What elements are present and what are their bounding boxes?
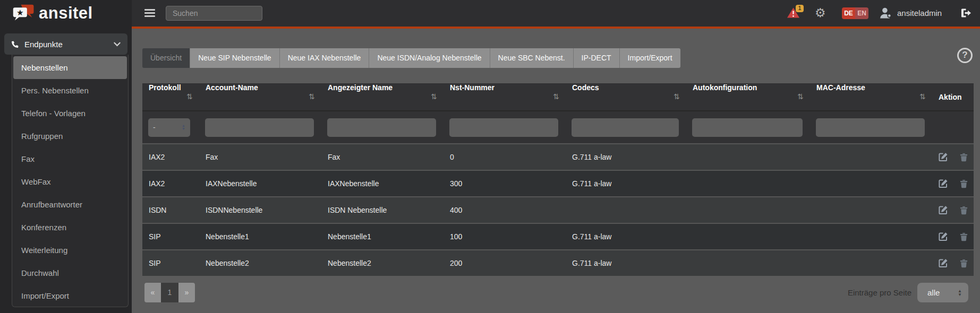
table-cell: Nebenstelle2: [321, 250, 444, 276]
tab-ip-dect[interactable]: IP-DECT: [574, 48, 620, 68]
filter-input-account-name[interactable]: [205, 118, 314, 137]
pagination-next-button[interactable]: »: [178, 283, 195, 302]
sort-icon[interactable]: ⇅: [919, 83, 926, 110]
delete-icon[interactable]: [960, 206, 968, 215]
sidebar-item-import-export[interactable]: Import/Export: [13, 284, 127, 307]
table-header-row: ⇅Protokoll⇅Account-Name⇅Angezeigter Name…: [142, 83, 974, 111]
user-menu[interactable]: ansiteladmin: [880, 7, 942, 19]
table-cell: [686, 170, 810, 197]
filter-select-protokoll[interactable]: -▲▼: [148, 118, 190, 137]
tab-neue-iax-nebenstelle[interactable]: Neue IAX Nebenstelle: [280, 48, 370, 68]
table-cell: G.711 a-law: [566, 170, 686, 197]
sidebar-item-anrufbeantworter[interactable]: Anrufbeantworter: [13, 193, 127, 216]
table-cell: [810, 223, 932, 250]
sidebar-item-label: Anrufbeantworter: [21, 200, 82, 209]
table-cell: Nebenstelle1: [199, 223, 321, 250]
sidebar-item-weiterleitung[interactable]: Weiterleitung: [13, 239, 127, 262]
table-cell: ISDN Nebenstelle: [321, 197, 444, 223]
pagination-prev-button[interactable]: «: [144, 283, 161, 302]
sort-icon[interactable]: ⇅: [797, 83, 804, 110]
extensions-table: ⇅Protokoll⇅Account-Name⇅Angezeigter Name…: [142, 83, 974, 276]
delete-icon[interactable]: [960, 259, 968, 268]
gear-icon[interactable]: ⚙: [815, 5, 826, 20]
sidebar-item-label: Nebenstellen: [21, 63, 68, 72]
edit-icon[interactable]: [939, 205, 948, 215]
sidebar-item-webfax[interactable]: WebFax: [13, 170, 127, 193]
table-cell: ISDNNebenstelle: [199, 197, 321, 223]
filter-input-autokonfiguration[interactable]: [692, 118, 803, 137]
alerts-button[interactable]: 1: [787, 7, 808, 21]
filter-input-angezeigter-name[interactable]: [327, 118, 436, 137]
sidebar-submenu: NebenstellenPers. NebenstellenTelefon - …: [12, 55, 129, 307]
tab-neue-sbc-nebenst[interactable]: Neue SBC Nebenst.: [490, 48, 574, 68]
sidebar-section-endpunkte[interactable]: Endpunkte: [4, 33, 127, 55]
sidebar-item-pers-nebenstellen[interactable]: Pers. Nebenstellen: [13, 79, 127, 102]
table-cell: 300: [444, 170, 566, 197]
tab-neue-isdn-analog-nebenstelle[interactable]: Neue ISDN/Analog Nebenstelle: [369, 48, 490, 68]
column-header-mac-adresse: ⇅MAC-Adresse: [810, 83, 932, 111]
search-input[interactable]: [166, 6, 262, 21]
delete-icon[interactable]: [960, 232, 968, 241]
help-button[interactable]: ?: [957, 48, 973, 63]
edit-icon[interactable]: [939, 232, 948, 241]
menu-toggle-icon[interactable]: [144, 9, 155, 19]
alert-count-badge: 1: [796, 5, 804, 12]
sidebar-item-durchwahl[interactable]: Durchwahl: [13, 262, 127, 284]
logout-icon[interactable]: [960, 8, 972, 20]
language-switch: DE EN: [842, 7, 868, 19]
sidebar-item-rufgruppen[interactable]: Rufgruppen: [13, 125, 127, 147]
lang-de-button[interactable]: DE: [842, 7, 855, 19]
sidebar-item-nebenstellen[interactable]: Nebenstellen: [13, 56, 127, 79]
tab-übersicht[interactable]: Übersicht: [142, 48, 190, 68]
sort-icon[interactable]: ⇅: [674, 83, 680, 110]
column-label: Autokonfiguration: [693, 83, 757, 92]
edit-icon[interactable]: [939, 152, 948, 162]
sort-icon[interactable]: ⇅: [309, 83, 315, 110]
table-cell: [686, 250, 810, 276]
select-arrows-icon: ▲▼: [182, 124, 185, 131]
sidebar-item-label: WebFax: [21, 177, 51, 186]
sidebar: Endpunkte NebenstellenPers. Nebenstellen…: [0, 27, 132, 313]
tab-neue-sip-nebenstelle[interactable]: Neue SIP Nebenstelle: [190, 48, 280, 68]
filter-select-value: -: [153, 123, 156, 132]
phone-icon: [11, 40, 19, 48]
table-row: IAX2FaxFax0G.711 a-law: [142, 144, 974, 170]
table-cell: [810, 250, 932, 276]
per-page-select[interactable]: alle ▲▼: [917, 283, 968, 302]
filter-input-codecs[interactable]: [572, 118, 679, 137]
sidebar-item-telefon-vorlagen[interactable]: Telefon - Vorlagen: [13, 102, 127, 125]
sidebar-item-label: Pers. Nebenstellen: [21, 86, 89, 95]
lang-en-button[interactable]: EN: [855, 7, 868, 19]
edit-icon[interactable]: [939, 258, 948, 268]
edit-icon[interactable]: [939, 179, 948, 188]
sidebar-item-label: Weiterleitung: [21, 246, 67, 255]
column-label: Nst-Nummer: [450, 83, 495, 92]
sidebar-item-label: Durchwahl: [21, 268, 59, 277]
top-bar: ★ ansitel 1 ⚙ DE EN: [0, 0, 980, 27]
column-header-aktion: Aktion: [932, 83, 974, 111]
delete-icon[interactable]: [960, 153, 968, 162]
sidebar-item-konferenzen[interactable]: Konferenzen: [13, 216, 127, 239]
select-arrows-icon: ▲▼: [958, 289, 962, 297]
table-cell: Nebenstelle1: [321, 223, 444, 250]
delete-icon[interactable]: [960, 179, 968, 188]
pagination-current-page[interactable]: 1: [161, 283, 178, 302]
column-header-codecs: ⇅Codecs: [566, 83, 686, 111]
sort-icon[interactable]: ⇅: [431, 83, 437, 110]
filter-input-mac-adresse[interactable]: [816, 118, 925, 137]
table-row: IAX2IAXNebenstelleIAXNebenstelle300G.711…: [142, 170, 974, 197]
svg-text:★: ★: [16, 8, 24, 17]
user-icon: [880, 7, 893, 19]
per-page-value: alle: [927, 288, 940, 297]
column-label: Codecs: [572, 83, 599, 92]
logo[interactable]: ★ ansitel: [0, 0, 132, 27]
tab-import-export[interactable]: Import/Export: [620, 48, 680, 68]
sidebar-item-label: Konferenzen: [21, 223, 66, 232]
sidebar-item-fax[interactable]: Fax: [13, 147, 127, 170]
column-label: MAC-Adresse: [816, 83, 865, 92]
filter-input-nst-nummer[interactable]: [449, 118, 558, 137]
table-row: SIPNebenstelle1Nebenstelle1100G.711 a-la…: [142, 223, 974, 250]
sort-icon[interactable]: ⇅: [186, 83, 193, 110]
sort-icon[interactable]: ⇅: [553, 83, 559, 110]
action-cell: [932, 170, 974, 197]
